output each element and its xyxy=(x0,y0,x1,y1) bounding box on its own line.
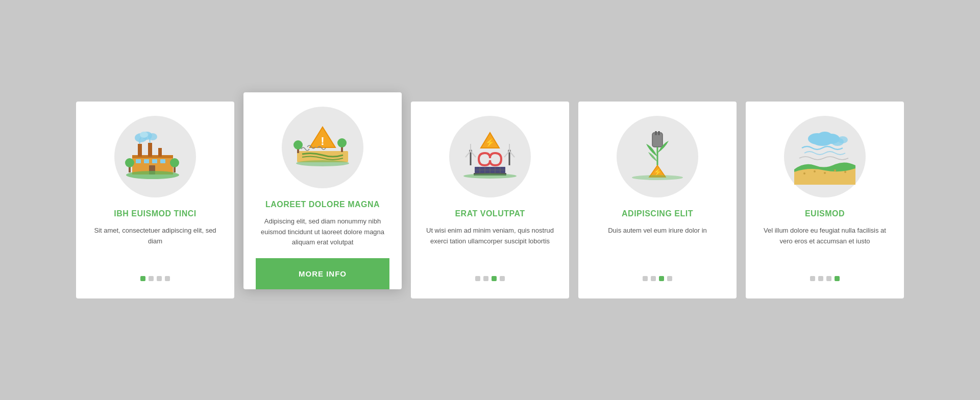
svg-point-61 xyxy=(838,136,848,143)
svg-text:!: ! xyxy=(321,135,324,147)
dot xyxy=(810,276,815,281)
pollution-icon: ! xyxy=(292,119,353,176)
card-4-text: Duis autem vel eum iriure dolor in xyxy=(608,226,707,259)
wind-icon xyxy=(794,129,855,185)
svg-point-17 xyxy=(125,158,134,167)
card-2-title: LAOREET DOLORE MAGNA xyxy=(265,199,380,210)
dot xyxy=(165,276,170,281)
card-1-text: Sit amet, consectetuer adipiscing elit, … xyxy=(88,226,222,259)
svg-point-26 xyxy=(337,138,347,147)
more-info-button[interactable]: MORE INFO xyxy=(256,258,389,289)
svg-rect-49 xyxy=(652,133,663,147)
dot xyxy=(500,276,505,281)
pollution-icon-circle: ! xyxy=(282,107,363,188)
svg-rect-8 xyxy=(148,143,152,157)
svg-point-59 xyxy=(812,136,832,146)
svg-rect-50 xyxy=(655,131,657,135)
dot xyxy=(483,276,488,281)
svg-point-65 xyxy=(834,169,836,171)
plant-icon-circle: ⚡ xyxy=(617,116,698,197)
card-3-dots xyxy=(475,269,505,286)
card-1-dots xyxy=(140,269,170,286)
card-5-text: Vel illum dolore eu feugiat nulla facili… xyxy=(758,226,892,259)
card-1: IBH EUISMOD TINCI Sit amet, consectetuer… xyxy=(76,102,234,298)
dot-active xyxy=(140,276,145,281)
dot xyxy=(149,276,154,281)
svg-point-15 xyxy=(126,171,179,179)
factory-icon xyxy=(125,129,186,185)
card-2-text: Adipiscing elit, sed diam nonummy nibh e… xyxy=(256,216,389,248)
card-2: ! LAOREET DOLORE MAGNA Adipiscing el xyxy=(243,92,402,289)
svg-point-27 xyxy=(296,160,349,166)
svg-point-48 xyxy=(463,173,517,179)
renewable-icon: ⚡ xyxy=(459,129,521,185)
card-4: ⚡ ADIPISCING ELIT Duis autem vel eum iri… xyxy=(578,102,737,298)
card-4-dots xyxy=(643,269,672,286)
renewable-icon-circle: ⚡ xyxy=(449,116,531,197)
svg-point-55 xyxy=(632,175,683,180)
svg-rect-10 xyxy=(136,159,141,163)
dot xyxy=(818,276,823,281)
plant-icon: ⚡ xyxy=(627,129,688,185)
dot xyxy=(651,276,656,281)
dot-active xyxy=(835,276,840,281)
wind-icon-circle xyxy=(784,116,866,197)
cards-container: IBH EUISMOD TINCI Sit amet, consectetuer… xyxy=(45,81,935,319)
svg-rect-11 xyxy=(144,159,149,163)
card-3: ⚡ xyxy=(411,102,569,298)
card-3-text: Ut wisi enim ad minim veniam, quis nostr… xyxy=(423,226,557,259)
svg-rect-51 xyxy=(658,131,660,135)
svg-point-3 xyxy=(140,132,148,138)
svg-text:⚡: ⚡ xyxy=(485,138,495,147)
card-5-title: EUISMOD xyxy=(805,209,845,219)
dot-active xyxy=(659,276,664,281)
dot xyxy=(643,276,648,281)
svg-point-66 xyxy=(844,171,846,173)
factory-icon-circle xyxy=(114,116,196,197)
svg-point-19 xyxy=(170,158,179,167)
svg-point-64 xyxy=(824,172,826,174)
card-5-dots xyxy=(810,269,840,286)
card-5: EUISMOD Vel illum dolore eu feugiat null… xyxy=(746,102,904,298)
dot xyxy=(475,276,480,281)
svg-point-24 xyxy=(293,140,303,149)
dot xyxy=(826,276,831,281)
dot xyxy=(157,276,162,281)
svg-rect-13 xyxy=(160,159,165,163)
dot-active xyxy=(492,276,497,281)
card-1-title: IBH EUISMOD TINCI xyxy=(114,209,196,219)
svg-rect-7 xyxy=(138,144,142,157)
svg-point-63 xyxy=(814,170,816,172)
dot xyxy=(667,276,672,281)
svg-point-62 xyxy=(803,172,805,174)
card-4-title: ADIPISCING ELIT xyxy=(622,209,693,219)
card-3-title: ERAT VOLUTPAT xyxy=(455,209,525,219)
svg-rect-9 xyxy=(158,148,162,157)
svg-rect-12 xyxy=(152,159,157,163)
